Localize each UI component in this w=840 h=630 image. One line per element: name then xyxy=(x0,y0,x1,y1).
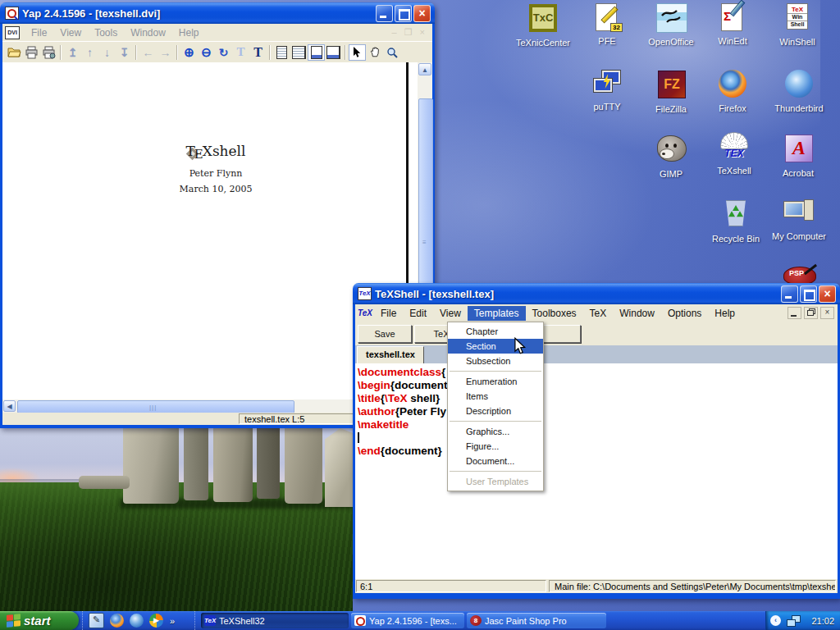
minimize-button[interactable] xyxy=(376,5,393,22)
ruler-tool-icon[interactable]: T xyxy=(232,44,249,61)
go-last-page-icon[interactable]: ↧ xyxy=(116,44,133,61)
desktop-icon-pfe[interactable]: 32PFE xyxy=(575,2,639,46)
texshell-window-title: TeXShell - [texshell.tex] xyxy=(375,288,781,300)
tray-collapse-chevron-icon[interactable]: ‹ xyxy=(770,615,781,626)
save-button[interactable]: Save xyxy=(358,325,412,343)
start-button[interactable]: start xyxy=(0,611,79,630)
go-next-page-icon[interactable]: ↓ xyxy=(98,44,116,61)
view-page-layout-icon[interactable] xyxy=(308,44,325,61)
history-back-icon[interactable]: ← xyxy=(139,44,157,61)
print-setup-icon[interactable] xyxy=(40,44,57,61)
menu-item-help[interactable]: Help xyxy=(172,25,206,40)
filezilla-icon: FZ xyxy=(655,71,687,102)
quick-launch-firefox-icon[interactable] xyxy=(110,614,124,628)
history-forward-icon[interactable]: → xyxy=(157,44,174,61)
desktop-icon-putty[interactable]: puTTY xyxy=(575,68,639,112)
menu-item-subsection[interactable]: Subsection xyxy=(448,354,543,368)
menu-separator xyxy=(450,471,541,472)
menu-item-edit[interactable]: Edit xyxy=(403,306,433,321)
desktop-icon-filezilla[interactable]: FZFileZilla xyxy=(639,68,703,114)
code-editor[interactable]: \documentclass{\begin{document}\title{\T… xyxy=(355,363,838,579)
scroll-up-button[interactable]: ▲ xyxy=(418,63,431,75)
menu-item-toolboxes[interactable]: Toolboxes xyxy=(526,306,583,321)
desktop-icon-texshell[interactable]: TEXTeXshell xyxy=(702,132,766,176)
scroll-left-button[interactable]: ◀ xyxy=(3,400,16,412)
menu-item-graphics[interactable]: Graphics... xyxy=(448,424,543,439)
desktop-icon-firefox[interactable]: Firefox xyxy=(701,68,765,113)
desktop-icon-paint-shop-pro[interactable]: PSP xyxy=(783,267,816,285)
desktop-icon-texniccenter[interactable]: TxCTeXnicCenter xyxy=(511,2,575,48)
menu-item-figure[interactable]: Figure... xyxy=(448,439,543,454)
stonehenge-image xyxy=(0,428,353,611)
menu-item-window[interactable]: Window xyxy=(613,306,661,321)
zoom-in-icon[interactable]: ⊕ xyxy=(180,44,198,61)
refresh-icon[interactable]: ↻ xyxy=(215,44,232,61)
taskbar-button-psp[interactable]: 8Jasc Paint Shop Pro xyxy=(467,613,606,628)
desktop-icon-label: TeXnicCenter xyxy=(511,38,575,48)
task-button-label: Jasc Paint Shop Pro xyxy=(485,616,567,626)
go-first-page-icon[interactable]: ↥ xyxy=(64,44,81,61)
desktop-icon-winshell[interactable]: TeXWinShellWinShell xyxy=(765,2,829,47)
menu-item-document[interactable]: Document... xyxy=(448,454,543,468)
menu-item-tex[interactable]: TeX xyxy=(583,306,614,321)
desktop-icon-label: Thunderbird xyxy=(767,103,831,113)
maximize-button[interactable] xyxy=(395,5,412,22)
menu-item-file[interactable]: File xyxy=(25,25,53,40)
mdi-restore-button[interactable] xyxy=(804,307,818,319)
taskbar-clock[interactable]: 21:02 xyxy=(811,616,834,626)
horizontal-scroll-thumb[interactable]: ||| xyxy=(17,400,294,413)
desktop-icon-thunderbird[interactable]: Thunderbird xyxy=(767,68,831,113)
desktop-icon-acrobat[interactable]: AAcrobat xyxy=(766,132,830,178)
quick-launch-thunderbird-icon[interactable] xyxy=(130,614,144,628)
menu-item-file[interactable]: File xyxy=(374,306,403,321)
menu-item-section[interactable]: Section xyxy=(448,339,543,354)
mdi-close-button[interactable]: × xyxy=(820,307,834,319)
print-icon[interactable] xyxy=(23,44,40,61)
magnifier-tool-icon[interactable] xyxy=(383,44,400,61)
mdi-minimize-button[interactable] xyxy=(788,307,801,319)
zoom-out-icon[interactable]: ⊖ xyxy=(198,44,215,61)
view-facing-pages-icon[interactable] xyxy=(290,44,308,61)
texshell-titlebar[interactable]: TeX TeXShell - [texshell.tex] × xyxy=(353,283,840,304)
network-status-icon[interactable] xyxy=(786,614,801,627)
desktop-icon-openoffice[interactable]: OpenOffice xyxy=(639,2,703,47)
desktop-icon-gimp[interactable]: GIMP xyxy=(639,132,703,179)
text-tool-icon[interactable]: T xyxy=(249,44,267,61)
select-tool-icon[interactable] xyxy=(349,44,366,61)
taskbar-button-yap[interactable]: Yap 2.4.1596 - [texs... xyxy=(351,613,464,628)
quick-launch-overflow-chevron[interactable]: » xyxy=(170,616,175,626)
hand-tool-icon[interactable] xyxy=(366,44,383,61)
open-file-icon[interactable] xyxy=(6,44,23,61)
editor-line: \documentclass{ xyxy=(358,366,838,379)
menu-item-items[interactable]: Items xyxy=(448,389,543,404)
menu-item-window[interactable]: Window xyxy=(124,25,172,40)
maximize-button[interactable] xyxy=(800,285,817,303)
close-button[interactable]: × xyxy=(819,285,836,303)
yap-titlebar[interactable]: Yap 2.4.1596 - [texshell.dvi] × xyxy=(0,2,435,24)
menu-item-view[interactable]: View xyxy=(433,306,468,321)
menu-item-tools[interactable]: Tools xyxy=(88,25,124,40)
tab-texshell-tex[interactable]: texshell.tex xyxy=(357,346,424,365)
menu-item-view[interactable]: View xyxy=(53,25,88,40)
stone xyxy=(285,428,322,504)
menu-item-chapter[interactable]: Chapter xyxy=(448,324,543,339)
desktop-icon-winedt[interactable]: ΣWinEdt xyxy=(701,2,765,46)
view-page-layout-split-icon[interactable] xyxy=(325,44,342,61)
desktop-icon-mycomputer[interactable]: My Computer xyxy=(767,198,831,241)
go-previous-page-icon[interactable]: ↑ xyxy=(81,44,98,61)
winshell-icon: TeXWinShell xyxy=(782,3,813,34)
taskbar-button-texshell[interactable]: TeXTeXShell32 xyxy=(201,613,349,628)
desktop-icon-recyclebin[interactable]: Recycle Bin xyxy=(704,198,768,244)
close-button[interactable]: × xyxy=(413,5,431,22)
minimize-button[interactable] xyxy=(781,285,798,303)
view-single-page-icon[interactable] xyxy=(273,44,290,61)
menu-item-options[interactable]: Options xyxy=(661,306,708,321)
menu-item-templates[interactable]: Templates xyxy=(468,306,526,321)
texshell-menu-icon: TeX xyxy=(358,307,371,319)
desktop-icon-label: OpenOffice xyxy=(639,37,703,47)
menu-item-enumeration[interactable]: Enumeration xyxy=(448,374,543,389)
menu-item-description[interactable]: Description xyxy=(448,404,543,418)
quick-launch-show-desktop-icon[interactable]: ✎ xyxy=(89,613,104,628)
menu-item-help[interactable]: Help xyxy=(708,306,742,321)
quick-launch-media-player-icon[interactable]: ▶ xyxy=(149,614,163,628)
